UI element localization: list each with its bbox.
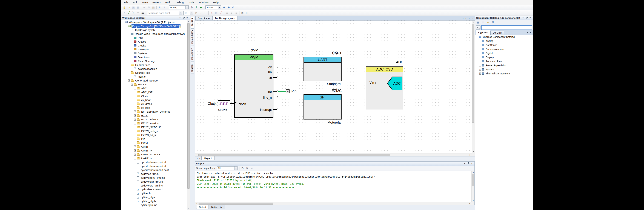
workspace-item-design-wide-resources-design01-cydwr[interactable]: −Design Wide Resources (Design01.cydwr): [121, 32, 187, 36]
workspace-item-cy-lfclk[interactable]: +cy_lfclk: [121, 106, 187, 110]
italic-button[interactable]: I: [198, 11, 203, 15]
pwm-component[interactable]: PWM clock ovuncclineline_ninterrupt: [234, 54, 274, 118]
toggle-plus-icon[interactable]: +: [134, 87, 136, 89]
workspace-item-em-eeprom-dynamic[interactable]: +Em_EEPROM_Dynamic: [121, 110, 187, 113]
zoom-out-icon[interactable]: ⊖: [226, 5, 231, 9]
workspace-item-adc-isr[interactable]: +ADC_ISR: [121, 90, 187, 94]
page-prev-icon[interactable]: ◂: [196, 157, 198, 160]
shape-tool-icon[interactable]: ▭: [140, 11, 145, 15]
toggle-plus-icon[interactable]: +: [134, 107, 136, 109]
chevron-down-icon[interactable]: ▾: [190, 11, 193, 15]
pointer-tool-icon[interactable]: ⌖: [122, 11, 126, 15]
workspace-item-cydisabledsheets-h[interactable]: hcydisabledsheets.h: [121, 187, 187, 191]
chevron-down-icon[interactable]: ▾: [463, 162, 466, 165]
debug-icon[interactable]: ▶: [198, 5, 203, 9]
workspace-item-cycodeshareexport-ld[interactable]: cycodeshareexport.ld: [121, 160, 187, 164]
menu-build[interactable]: Build: [163, 0, 174, 4]
toggle-plus-icon[interactable]: +: [134, 91, 136, 93]
toggle-minus-icon[interactable]: −: [128, 72, 130, 74]
pin-icon[interactable]: [466, 162, 470, 165]
catalog-tab-cypress[interactable]: Cypress: [476, 30, 490, 35]
copy-icon[interactable]: ⧉: [146, 5, 151, 9]
chevron-down-icon[interactable]: ▾: [186, 6, 188, 9]
font-color-icon[interactable]: A: [209, 11, 214, 15]
scroll-left-icon[interactable]: ◀: [195, 153, 198, 157]
side-tab-source[interactable]: Source: [190, 16, 194, 28]
align-center-icon[interactable]: ≡: [229, 11, 234, 15]
menu-debug[interactable]: Debug: [174, 0, 186, 4]
new-project-icon[interactable]: ▯: [122, 5, 126, 9]
cut-icon[interactable]: ✂: [142, 5, 146, 9]
catalog-item-analog[interactable]: +Analog: [475, 39, 533, 43]
menu-edit[interactable]: Edit: [130, 0, 140, 4]
page-next-icon[interactable]: ▸: [198, 157, 202, 160]
catalog-item-power-supervision[interactable]: +Power Supervision: [475, 63, 533, 67]
side-tab-components[interactable]: Components: [190, 28, 194, 46]
zoom-fit-icon[interactable]: ⊙: [231, 5, 236, 9]
workspace-item-generated-source[interactable]: −Generated_Source: [121, 78, 187, 82]
clear-output-icon[interactable]: ✕: [245, 166, 249, 170]
toggle-plus-icon[interactable]: +: [134, 130, 136, 132]
workspace-item-clocks[interactable]: Clocks: [121, 43, 187, 47]
document-tab-start-page[interactable]: Start Page: [196, 16, 212, 20]
pin-component[interactable]: ▣: [286, 89, 290, 93]
workspace-item-clock[interactable]: +Clock: [121, 94, 187, 98]
line-to-pin-wire[interactable]: [278, 91, 286, 92]
toggle-plus-icon[interactable]: +: [479, 56, 481, 58]
document-tab-topdesign-cysch[interactable]: TopDesign.cysch: [212, 16, 238, 20]
catalog-item-thermal-management[interactable]: +Thermal Management: [475, 71, 533, 75]
workspace-item-psoc4[interactable]: −PSoC4: [121, 82, 187, 86]
line-color-icon[interactable]: ╱: [218, 11, 223, 15]
pin-terminal[interactable]: [277, 71, 278, 72]
toggle-plus-icon[interactable]: +: [134, 118, 136, 121]
workspace-item-pin[interactable]: +Pin: [121, 137, 187, 141]
toggle-plus-icon[interactable]: +: [479, 52, 481, 54]
paste-icon[interactable]: ▤: [151, 5, 156, 9]
font-family-select[interactable]: Microsoft Sans Serif ▾: [147, 11, 182, 15]
workspace-item-main-c[interactable]: cmain.c: [121, 75, 187, 78]
workspace-item-ezi2c-scbclk[interactable]: +EZI2C_SCBCLK: [121, 125, 187, 129]
workspace-item-cycodeshareimport-scat[interactable]: cycodeshareimport.scat: [121, 168, 187, 172]
workspace-item-header-files[interactable]: −Header Files: [121, 63, 187, 67]
menu-project[interactable]: Project: [150, 0, 163, 4]
workspace-item-ezi2c-sclk-s[interactable]: +EZI2C_sclk_s: [121, 129, 187, 133]
toggle-plus-icon[interactable]: +: [479, 48, 481, 50]
chevron-down-icon[interactable]: ▾: [521, 16, 525, 19]
canvas-vertical-scrollbar[interactable]: ▲ ▼: [472, 20, 475, 153]
toggle-minus-icon[interactable]: −: [125, 25, 127, 27]
tab-list-chevron-icon[interactable]: ▾: [468, 17, 471, 20]
chevron-down-icon[interactable]: ▾: [179, 11, 182, 15]
import-component-icon[interactable]: ⇅: [490, 20, 495, 24]
text-tool-icon[interactable]: T: [136, 11, 140, 15]
chevron-down-icon[interactable]: ▾: [234, 167, 237, 170]
save-all-icon[interactable]: ▦: [136, 5, 140, 9]
scroll-left-icon[interactable]: ◀: [195, 202, 198, 205]
menu-window[interactable]: Window: [197, 0, 211, 4]
zoom-select[interactable]: 104% ▾: [206, 5, 221, 9]
canvas-hscroll-thumb[interactable]: [198, 154, 390, 156]
ezi2c-component[interactable]: SPI: [304, 94, 342, 120]
bus-wire-tool-icon[interactable]: ╲: [131, 11, 136, 15]
workspace-item-cydeviceiar-trm-inc[interactable]: cydeviceiar_trm.inc: [121, 180, 187, 184]
uart-component[interactable]: UART: [304, 57, 342, 81]
workspace-item-workspace-workspace36-1-projects[interactable]: Workspace 'Workspace36' (1 Projects): [121, 20, 187, 24]
workspace-item-interrupts[interactable]: Interrupts: [121, 47, 187, 51]
pin-icon[interactable]: [182, 16, 185, 19]
workspace-scrollbar[interactable]: ▲ ▼: [187, 20, 190, 210]
workspace-item-ezi2c[interactable]: +EZI2C: [121, 113, 187, 117]
toggle-minus-icon[interactable]: −: [128, 33, 130, 35]
close-icon[interactable]: ✕: [470, 162, 474, 165]
toggle-plus-icon[interactable]: +: [479, 68, 481, 70]
tab-scroll-left-icon[interactable]: ◂: [461, 17, 464, 20]
catalog-item-digital[interactable]: +Digital: [475, 51, 533, 55]
workspace-item-ezi2c-miso-s[interactable]: +EZI2C_miso_s: [121, 117, 187, 121]
output-console[interactable]: Checksum calculated and stored in ELF se…: [195, 171, 475, 205]
workspace-item-ezi2c-mosi-s[interactable]: +EZI2C_mosi_s: [121, 121, 187, 125]
catalog-item-capsense[interactable]: +CapSense: [475, 43, 533, 47]
find-example-icon[interactable]: ★: [486, 20, 490, 24]
workspace-item-cydevice-trm-h[interactable]: hcydevice_trm.h: [121, 172, 187, 176]
clock-source-component[interactable]: [218, 100, 230, 107]
search-button[interactable]: [476, 25, 480, 29]
workspace-item-uart-rx[interactable]: +UART_rx: [121, 149, 187, 152]
adc-vin-terminal[interactable]: [375, 82, 376, 84]
